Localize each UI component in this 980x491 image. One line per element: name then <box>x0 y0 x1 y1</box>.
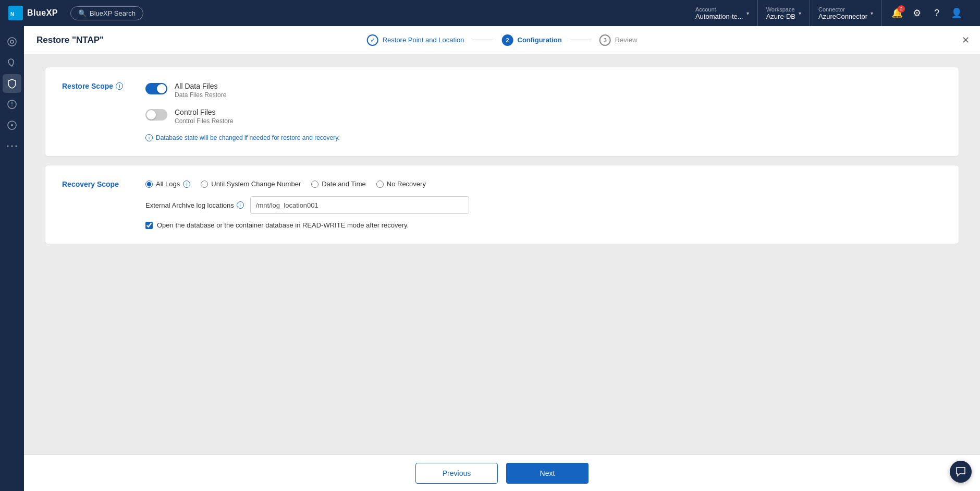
connector-label: Connector <box>818 6 867 13</box>
step-divider-2 <box>570 40 591 40</box>
workspace-label: Workspace <box>766 6 795 13</box>
all-data-files-subtitle: Data Files Restore <box>175 91 226 99</box>
topnav-icon-group: 🔔 2 ⚙ ? 👤 <box>882 4 972 22</box>
account-value: Automation-te... <box>695 13 743 20</box>
help-button[interactable]: ? <box>928 4 946 22</box>
db-state-note: i Database state will be changed if need… <box>145 134 942 141</box>
sidebar-item-canvas[interactable] <box>3 32 21 51</box>
account-label: Account <box>695 6 743 13</box>
ext-log-info-icon[interactable]: i <box>237 201 244 209</box>
control-files-row: Control Files Control Files Restore <box>145 108 942 125</box>
modal-title: Restore "NTAP" <box>36 35 104 45</box>
ext-log-input[interactable] <box>250 196 469 214</box>
previous-button[interactable]: Previous <box>415 463 498 484</box>
db-state-info-icon: i <box>145 134 153 141</box>
restore-scope-card: Restore Scope i All Data Files <box>45 67 959 157</box>
step2-label: Configuration <box>517 36 561 44</box>
recovery-scope-section: Recovery Scope All Logs i <box>45 165 959 244</box>
wizard-step-2[interactable]: 2 Configuration <box>493 34 570 46</box>
all-data-files-row: All Data Files Data Files Restore <box>145 82 942 99</box>
control-files-subtitle: Control Files Restore <box>175 117 234 125</box>
radio-all-logs[interactable]: All Logs i <box>145 180 190 188</box>
connector-section[interactable]: Connector AzureConnector ▾ <box>810 0 882 26</box>
svg-point-9 <box>7 146 9 147</box>
sidebar-item-governance[interactable] <box>3 116 21 135</box>
recovery-scope-label: Recovery Scope <box>62 180 133 188</box>
search-icon: 🔍 <box>78 9 87 17</box>
svg-point-6 <box>11 105 13 106</box>
recovery-options-group: All Logs i Until System Change Number Da… <box>145 180 942 188</box>
restore-scope-content: All Data Files Data Files Restore C <box>145 82 942 141</box>
read-write-checkbox-row: Open the database or the container datab… <box>145 221 942 229</box>
sidebar-item-alerts[interactable] <box>3 95 21 114</box>
control-files-label: Control Files <box>175 108 234 116</box>
step3-label: Review <box>615 36 638 44</box>
sidebar-item-more[interactable] <box>3 137 21 155</box>
account-chevron-icon: ▾ <box>746 10 749 16</box>
footer-bar: Previous Next <box>24 454 980 491</box>
wizard-step-1[interactable]: ✓ Restore Point and Location <box>359 34 473 46</box>
step1-label: Restore Point and Location <box>383 36 464 44</box>
next-button[interactable]: Next <box>506 463 589 484</box>
restore-scope-label: Restore Scope i <box>62 82 133 90</box>
logo-area[interactable]: N BlueXP <box>8 6 58 20</box>
workspace-chevron-icon: ▾ <box>799 10 801 16</box>
settings-button[interactable]: ⚙ <box>908 4 926 22</box>
account-section[interactable]: Account Automation-te... ▾ <box>687 0 758 26</box>
app-name: BlueXP <box>27 8 58 18</box>
netapp-logo: N <box>8 6 23 20</box>
main-layout: Restore "NTAP" ✓ Restore Point and Locat… <box>0 26 980 491</box>
svg-point-3 <box>10 40 14 43</box>
chat-button[interactable] <box>950 461 972 483</box>
all-logs-info-icon[interactable]: i <box>183 181 190 188</box>
sidebar <box>0 26 24 491</box>
svg-text:N: N <box>10 11 14 17</box>
wizard-step-3[interactable]: 3 Review <box>591 34 646 46</box>
step2-circle: 2 <box>501 34 513 46</box>
radio-no-recovery-label: No Recovery <box>387 180 426 188</box>
notification-button[interactable]: 🔔 2 <box>888 4 906 22</box>
recovery-scope-content: All Logs i Until System Change Number Da… <box>145 180 942 229</box>
all-data-files-label: All Data Files <box>175 82 226 90</box>
topnav-right: Account Automation-te... ▾ Workspace Azu… <box>687 0 972 26</box>
step-divider-1 <box>472 40 493 40</box>
radio-until-scn-label: Until System Change Number <box>211 180 301 188</box>
topnav: N BlueXP 🔍 BlueXP Search Account Automat… <box>0 0 980 26</box>
svg-point-8 <box>11 124 13 126</box>
workspace-section[interactable]: Workspace Azure-DB ▾ <box>758 0 810 26</box>
radio-until-scn[interactable]: Until System Change Number <box>201 180 301 188</box>
search-label: BlueXP Search <box>90 9 136 17</box>
restore-scope-section: Restore Scope i All Data Files <box>45 67 959 156</box>
svg-point-11 <box>16 146 17 147</box>
radio-date-time[interactable]: Date and Time <box>311 180 366 188</box>
content-area: Restore "NTAP" ✓ Restore Point and Locat… <box>24 26 980 491</box>
connector-value: AzureConnector <box>818 13 867 20</box>
read-write-label: Open the database or the container datab… <box>157 221 409 229</box>
ext-log-row: External Archive log locations i <box>145 196 942 214</box>
main-content: Restore Scope i All Data Files <box>24 54 980 454</box>
wizard-steps: ✓ Restore Point and Location 2 Configura… <box>359 34 646 46</box>
modal-header: Restore "NTAP" ✓ Restore Point and Locat… <box>24 26 980 54</box>
read-write-checkbox[interactable] <box>145 222 153 229</box>
svg-point-10 <box>11 146 13 147</box>
notification-badge: 2 <box>898 5 905 13</box>
sidebar-item-health[interactable] <box>3 53 21 72</box>
workspace-value: Azure-DB <box>766 13 795 20</box>
close-button[interactable]: ✕ <box>962 34 970 46</box>
radio-all-logs-label: All Logs <box>156 180 180 188</box>
step3-circle: 3 <box>599 34 611 46</box>
recovery-scope-card: Recovery Scope All Logs i <box>45 165 959 244</box>
control-files-toggle[interactable] <box>145 109 167 121</box>
user-button[interactable]: 👤 <box>948 4 965 22</box>
ext-log-label: External Archive log locations i <box>145 201 244 209</box>
all-data-files-toggle[interactable] <box>145 83 167 94</box>
radio-date-time-label: Date and Time <box>322 180 366 188</box>
step1-circle: ✓ <box>367 34 378 46</box>
svg-point-2 <box>8 38 16 46</box>
radio-no-recovery[interactable]: No Recovery <box>376 180 426 188</box>
restore-scope-info-icon[interactable]: i <box>116 82 123 90</box>
sidebar-item-protection[interactable] <box>3 74 21 93</box>
connector-chevron-icon: ▾ <box>871 10 873 16</box>
search-bar[interactable]: 🔍 BlueXP Search <box>70 6 143 20</box>
